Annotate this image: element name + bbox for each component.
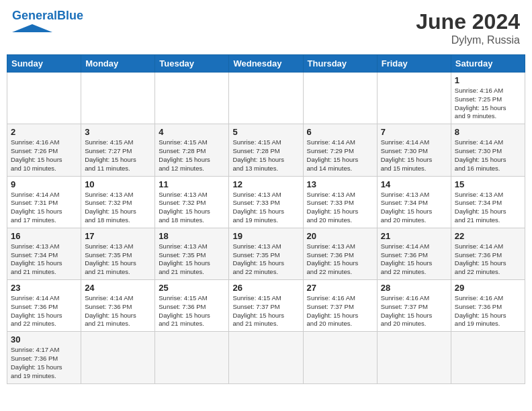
day-cell: 8Sunrise: 4:14 AM Sunset: 7:30 PM Daylig… xyxy=(451,124,525,176)
day-number: 22 xyxy=(455,231,521,241)
day-cell: 26Sunrise: 4:15 AM Sunset: 7:37 PM Dayli… xyxy=(229,280,303,332)
week-row-3: 16Sunrise: 4:13 AM Sunset: 7:34 PM Dayli… xyxy=(7,228,525,279)
day-info: Sunrise: 4:14 AM Sunset: 7:30 PM Dayligh… xyxy=(381,138,447,173)
week-row-5: 30Sunrise: 4:17 AM Sunset: 7:36 PM Dayli… xyxy=(7,332,525,383)
day-number: 25 xyxy=(159,283,225,293)
day-cell: 15Sunrise: 4:13 AM Sunset: 7:34 PM Dayli… xyxy=(451,176,525,228)
day-number: 2 xyxy=(11,127,77,137)
weekday-header-friday: Friday xyxy=(377,55,451,73)
day-info: Sunrise: 4:16 AM Sunset: 7:25 PM Dayligh… xyxy=(455,87,521,121)
week-row-4: 23Sunrise: 4:14 AM Sunset: 7:36 PM Dayli… xyxy=(7,280,525,332)
day-number: 18 xyxy=(159,231,225,241)
day-cell xyxy=(155,73,229,124)
day-number: 3 xyxy=(85,127,151,137)
day-info: Sunrise: 4:15 AM Sunset: 7:37 PM Dayligh… xyxy=(232,294,299,328)
day-cell: 16Sunrise: 4:13 AM Sunset: 7:34 PM Dayli… xyxy=(7,228,81,279)
logo-general: General xyxy=(12,9,57,22)
day-cell: 13Sunrise: 4:13 AM Sunset: 7:33 PM Dayli… xyxy=(303,176,377,228)
day-cell: 7Sunrise: 4:14 AM Sunset: 7:30 PM Daylig… xyxy=(377,124,451,176)
day-cell: 12Sunrise: 4:13 AM Sunset: 7:33 PM Dayli… xyxy=(229,176,303,228)
day-cell xyxy=(81,332,155,383)
day-cell xyxy=(7,73,81,124)
day-info: Sunrise: 4:15 AM Sunset: 7:28 PM Dayligh… xyxy=(232,138,299,173)
week-row-2: 9Sunrise: 4:14 AM Sunset: 7:31 PM Daylig… xyxy=(7,176,525,228)
day-cell xyxy=(229,73,303,124)
day-number: 9 xyxy=(11,179,77,189)
day-number: 11 xyxy=(159,179,225,189)
day-cell xyxy=(377,332,451,383)
day-info: Sunrise: 4:16 AM Sunset: 7:37 PM Dayligh… xyxy=(381,294,447,328)
day-cell: 5Sunrise: 4:15 AM Sunset: 7:28 PM Daylig… xyxy=(229,124,303,176)
day-number: 5 xyxy=(232,127,299,137)
weekday-header-sunday: Sunday xyxy=(7,55,81,73)
day-info: Sunrise: 4:16 AM Sunset: 7:37 PM Dayligh… xyxy=(307,294,373,328)
day-number: 8 xyxy=(455,127,521,137)
day-cell: 28Sunrise: 4:16 AM Sunset: 7:37 PM Dayli… xyxy=(377,280,451,332)
day-info: Sunrise: 4:13 AM Sunset: 7:35 PM Dayligh… xyxy=(232,242,299,277)
day-cell: 3Sunrise: 4:15 AM Sunset: 7:27 PM Daylig… xyxy=(81,124,155,176)
day-info: Sunrise: 4:13 AM Sunset: 7:33 PM Dayligh… xyxy=(307,191,373,225)
week-row-1: 2Sunrise: 4:16 AM Sunset: 7:26 PM Daylig… xyxy=(7,124,525,176)
day-number: 28 xyxy=(381,283,447,293)
day-cell: 24Sunrise: 4:14 AM Sunset: 7:36 PM Dayli… xyxy=(81,280,155,332)
day-cell xyxy=(155,332,229,383)
weekday-header-row: SundayMondayTuesdayWednesdayThursdayFrid… xyxy=(7,55,525,73)
day-cell xyxy=(303,73,377,124)
location-title: Dylym, Russia xyxy=(416,34,520,46)
day-info: Sunrise: 4:13 AM Sunset: 7:34 PM Dayligh… xyxy=(381,191,447,225)
day-cell: 23Sunrise: 4:14 AM Sunset: 7:36 PM Dayli… xyxy=(7,280,81,332)
day-cell: 14Sunrise: 4:13 AM Sunset: 7:34 PM Dayli… xyxy=(377,176,451,228)
day-cell: 1Sunrise: 4:16 AM Sunset: 7:25 PM Daylig… xyxy=(451,73,525,124)
day-number: 1 xyxy=(455,75,521,85)
day-cell: 4Sunrise: 4:15 AM Sunset: 7:28 PM Daylig… xyxy=(155,124,229,176)
day-cell: 9Sunrise: 4:14 AM Sunset: 7:31 PM Daylig… xyxy=(7,176,81,228)
day-cell: 30Sunrise: 4:17 AM Sunset: 7:36 PM Dayli… xyxy=(7,332,81,383)
day-info: Sunrise: 4:14 AM Sunset: 7:29 PM Dayligh… xyxy=(307,138,373,173)
day-number: 26 xyxy=(232,283,299,293)
day-cell xyxy=(229,332,303,383)
day-cell: 29Sunrise: 4:16 AM Sunset: 7:36 PM Dayli… xyxy=(451,280,525,332)
day-info: Sunrise: 4:14 AM Sunset: 7:36 PM Dayligh… xyxy=(381,242,447,277)
day-info: Sunrise: 4:17 AM Sunset: 7:36 PM Dayligh… xyxy=(11,346,77,380)
day-number: 20 xyxy=(307,231,373,241)
day-info: Sunrise: 4:14 AM Sunset: 7:36 PM Dayligh… xyxy=(11,294,77,328)
day-cell: 25Sunrise: 4:15 AM Sunset: 7:36 PM Dayli… xyxy=(155,280,229,332)
month-title: June 2024 xyxy=(416,9,520,34)
day-info: Sunrise: 4:15 AM Sunset: 7:36 PM Dayligh… xyxy=(159,294,225,328)
day-info: Sunrise: 4:16 AM Sunset: 7:26 PM Dayligh… xyxy=(11,138,77,173)
day-info: Sunrise: 4:13 AM Sunset: 7:32 PM Dayligh… xyxy=(159,191,225,225)
day-info: Sunrise: 4:15 AM Sunset: 7:27 PM Dayligh… xyxy=(85,138,151,173)
day-number: 6 xyxy=(307,127,373,137)
day-number: 19 xyxy=(232,231,299,241)
day-info: Sunrise: 4:14 AM Sunset: 7:31 PM Dayligh… xyxy=(11,191,77,225)
day-info: Sunrise: 4:13 AM Sunset: 7:35 PM Dayligh… xyxy=(85,242,151,277)
day-info: Sunrise: 4:14 AM Sunset: 7:30 PM Dayligh… xyxy=(455,138,521,173)
day-number: 13 xyxy=(307,179,373,189)
svg-marker-0 xyxy=(12,24,52,32)
day-number: 16 xyxy=(11,231,77,241)
day-cell: 11Sunrise: 4:13 AM Sunset: 7:32 PM Dayli… xyxy=(155,176,229,228)
day-cell: 22Sunrise: 4:14 AM Sunset: 7:36 PM Dayli… xyxy=(451,228,525,279)
day-cell: 18Sunrise: 4:13 AM Sunset: 7:35 PM Dayli… xyxy=(155,228,229,279)
day-cell xyxy=(377,73,451,124)
day-info: Sunrise: 4:13 AM Sunset: 7:33 PM Dayligh… xyxy=(232,191,299,225)
day-number: 14 xyxy=(381,179,447,189)
day-number: 10 xyxy=(85,179,151,189)
day-cell: 27Sunrise: 4:16 AM Sunset: 7:37 PM Dayli… xyxy=(303,280,377,332)
weekday-header-tuesday: Tuesday xyxy=(155,55,229,73)
day-cell: 20Sunrise: 4:13 AM Sunset: 7:36 PM Dayli… xyxy=(303,228,377,279)
weekday-header-saturday: Saturday xyxy=(451,55,525,73)
weekday-header-monday: Monday xyxy=(81,55,155,73)
logo-blue: Blue xyxy=(57,9,83,22)
day-cell: 21Sunrise: 4:14 AM Sunset: 7:36 PM Dayli… xyxy=(377,228,451,279)
title-block: June 2024 Dylym, Russia xyxy=(416,9,520,46)
day-cell xyxy=(81,73,155,124)
day-info: Sunrise: 4:14 AM Sunset: 7:36 PM Dayligh… xyxy=(85,294,151,328)
day-info: Sunrise: 4:13 AM Sunset: 7:34 PM Dayligh… xyxy=(11,242,77,277)
day-number: 24 xyxy=(85,283,151,293)
weekday-header-thursday: Thursday xyxy=(303,55,377,73)
day-number: 4 xyxy=(159,127,225,137)
day-number: 30 xyxy=(11,334,77,345)
page-header: GeneralBlue June 2024 Dylym, Russia xyxy=(7,7,525,49)
logo-text: GeneralBlue xyxy=(12,9,83,23)
